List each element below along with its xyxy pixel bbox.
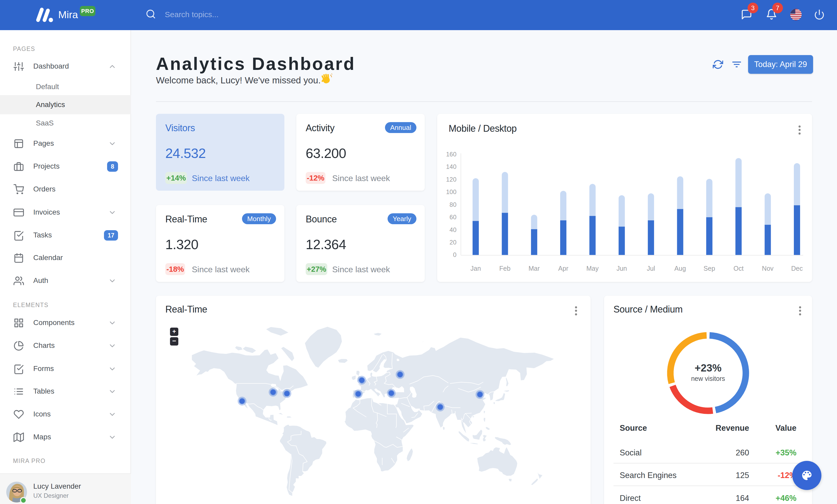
svg-text:20: 20 [449, 239, 457, 246]
svg-text:40: 40 [449, 226, 457, 233]
svg-text:0: 0 [453, 251, 457, 258]
svg-text:Oct: Oct [733, 265, 744, 272]
svg-text:160: 160 [446, 151, 457, 158]
svg-text:Jun: Jun [617, 265, 627, 272]
svg-text:Apr: Apr [558, 265, 569, 272]
svg-text:140: 140 [446, 163, 457, 170]
svg-text:Sep: Sep [704, 265, 715, 272]
svg-text:Jul: Jul [647, 265, 655, 272]
svg-text:Aug: Aug [674, 265, 686, 272]
svg-text:100: 100 [446, 188, 457, 195]
svg-text:120: 120 [446, 176, 457, 183]
svg-text:Jan: Jan [470, 265, 481, 272]
svg-text:Dec: Dec [791, 265, 803, 272]
svg-text:Feb: Feb [499, 265, 511, 272]
svg-text:80: 80 [449, 201, 457, 208]
svg-text:May: May [586, 265, 599, 272]
svg-text:Mar: Mar [529, 265, 540, 272]
svg-text:60: 60 [449, 213, 457, 221]
svg-text:Nov: Nov [762, 265, 773, 272]
